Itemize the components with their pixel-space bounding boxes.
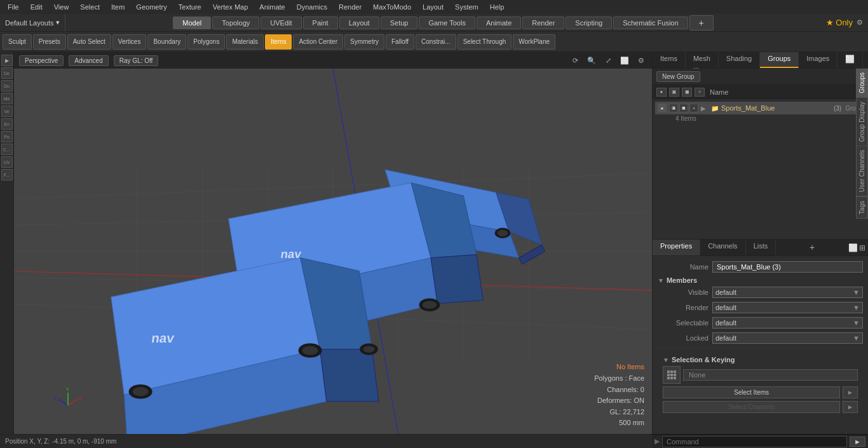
scene-view[interactable]: nav nav (14, 69, 652, 434)
props-settings-icon[interactable]: ⊞ (859, 243, 865, 252)
group-lock-icon[interactable]: + (689, 104, 698, 112)
group-item-sports-mat[interactable]: ● ▣ ◼ + ▶ 📁 Sports_Mat_Blue (3) Group (655, 102, 865, 114)
col-expand-icon[interactable]: + (695, 88, 705, 97)
viewport-perspective-btn[interactable]: Perspective (19, 55, 64, 66)
sidebar-btn-8[interactable]: UV (1, 156, 13, 168)
materials-btn[interactable]: Materials (226, 34, 264, 50)
sidebar-btn-2[interactable]: Du (1, 80, 13, 92)
prop-render-select[interactable]: default ▼ (712, 302, 863, 313)
sidebar-btn-1[interactable]: De (1, 67, 13, 79)
menu-layout[interactable]: Layout (417, 2, 449, 12)
vtab-tags[interactable]: Tags (856, 196, 868, 219)
symmetry-btn[interactable]: Symmetry (344, 34, 384, 50)
menu-maxtomodo[interactable]: MaxToModo (368, 2, 416, 12)
tab-uvedit[interactable]: UVEdit (261, 17, 301, 29)
menu-render[interactable]: Render (334, 2, 367, 12)
menu-animate[interactable]: Animate (254, 2, 290, 12)
action-center-btn[interactable]: Action Center (293, 34, 343, 50)
constrain-btn[interactable]: Constrai... (416, 34, 456, 50)
vertices-btn[interactable]: Vertices (112, 34, 147, 50)
sidebar-btn-9[interactable]: F... (1, 169, 13, 180)
tab-render[interactable]: Render (522, 17, 564, 29)
sidebar-btn-3[interactable]: Me (1, 93, 13, 104)
col-eye-icon[interactable]: ● (656, 88, 667, 97)
ptab-properties[interactable]: Properties (653, 240, 700, 255)
settings-icon[interactable]: ⚙ (857, 18, 863, 27)
rtab-items[interactable]: Items (653, 52, 686, 68)
tab-topology[interactable]: Topology (212, 17, 259, 29)
menu-system[interactable]: System (450, 2, 484, 12)
tab-gametools[interactable]: Game Tools (419, 17, 475, 29)
sk-grid-icon[interactable] (663, 366, 681, 384)
tab-add[interactable]: + (689, 15, 714, 31)
ptab-lists[interactable]: Lists (746, 240, 776, 255)
viewport-advanced-btn[interactable]: Advanced (69, 55, 108, 66)
group-arrow-icon[interactable]: ▶ (701, 105, 706, 112)
sel-keying-collapse-icon[interactable]: ▼ (663, 356, 669, 363)
ptab-channels[interactable]: Channels (700, 240, 745, 255)
sidebar-expand-btn[interactable]: ▶ (1, 55, 13, 66)
sidebar-btn-5[interactable]: En (1, 118, 13, 130)
sculpt-btn[interactable]: Sculpt (3, 34, 32, 50)
group-sel-icon[interactable]: ◼ (679, 104, 688, 112)
select-channels-arrow[interactable]: ► (843, 401, 858, 413)
prop-visible-select[interactable]: default ▼ (712, 287, 863, 298)
rtab-expand[interactable]: ⬜ (837, 52, 863, 68)
viewport-fit-icon[interactable]: ⤢ (602, 55, 614, 66)
tab-layout[interactable]: Layout (339, 17, 379, 29)
menu-texture[interactable]: Texture (173, 2, 207, 12)
viewport-zoom-icon[interactable]: 🔍 (586, 55, 597, 66)
rtab-settings[interactable]: ⊞ (863, 52, 868, 68)
viewport-raygl-btn[interactable]: Ray GL: Off (114, 55, 159, 66)
group-eye-toggle[interactable]: ● (658, 104, 667, 112)
viewport-rotate-icon[interactable]: ⟳ (569, 55, 581, 66)
tab-paint[interactable]: Paint (303, 17, 338, 29)
menu-item[interactable]: Item (106, 2, 130, 12)
vtab-group-display[interactable]: Group Display (856, 98, 868, 146)
prop-locked-select[interactable]: default ▼ (712, 332, 863, 344)
autoselect-btn[interactable]: Auto Select (67, 34, 111, 50)
rtab-shading[interactable]: Shading (719, 52, 760, 68)
layout-selector[interactable]: Default Layouts ▾ (0, 14, 65, 31)
presets-btn[interactable]: Presets (33, 34, 66, 50)
menu-view[interactable]: View (49, 2, 74, 12)
viewport-maximize-icon[interactable]: ⬜ (619, 55, 630, 66)
polygons-btn[interactable]: Polygons (187, 34, 225, 50)
menu-geometry[interactable]: Geometry (131, 2, 172, 12)
menu-select[interactable]: Select (75, 2, 105, 12)
command-input[interactable] (662, 436, 847, 447)
workplane-btn[interactable]: WorkPlane (513, 34, 555, 50)
falloff-btn[interactable]: Falloff (386, 34, 414, 50)
tab-scripting[interactable]: Scripting (566, 17, 612, 29)
tab-setup[interactable]: Setup (381, 17, 418, 29)
menu-file[interactable]: File (3, 2, 24, 12)
rtab-images[interactable]: Images (799, 52, 837, 68)
col-render-icon[interactable]: ▣ (669, 88, 679, 97)
members-collapse-icon[interactable]: ▼ (658, 277, 664, 284)
ptab-add-btn[interactable]: + (804, 240, 820, 255)
vtab-user-channels[interactable]: User Channels (856, 146, 868, 196)
sidebar-btn-4[interactable]: Ve (1, 105, 13, 117)
boundary-btn[interactable]: Boundary (147, 34, 186, 50)
group-render-icon[interactable]: ▣ (669, 104, 678, 112)
menu-edit[interactable]: Edit (25, 2, 48, 12)
viewport-settings-icon[interactable]: ⚙ (635, 55, 647, 66)
menu-dynamics[interactable]: Dynamics (292, 2, 332, 12)
select-items-btn[interactable]: Select Items (663, 386, 840, 398)
menu-help[interactable]: Help (485, 2, 510, 12)
items-btn[interactable]: Items (265, 34, 292, 50)
col-lock-icon[interactable]: ◼ (682, 88, 692, 97)
vtab-groups[interactable]: Groups (856, 69, 868, 98)
prop-name-input[interactable] (712, 261, 863, 273)
sidebar-btn-6[interactable]: Po (1, 131, 13, 142)
select-items-arrow[interactable]: ► (843, 386, 858, 398)
rtab-groups[interactable]: Groups (760, 52, 799, 68)
menu-vertexmap[interactable]: Vertex Map (208, 2, 254, 12)
tab-animate[interactable]: Animate (477, 17, 521, 29)
viewport[interactable]: Perspective Advanced Ray GL: Off ⟳ 🔍 ⤢ ⬜… (14, 52, 652, 434)
new-group-btn[interactable]: New Group (656, 71, 700, 82)
props-expand-icon[interactable]: ⬜ (848, 243, 858, 252)
sidebar-btn-7[interactable]: C... (1, 144, 13, 155)
tab-schematic[interactable]: Schematic Fusion (613, 17, 688, 29)
star-only-btn[interactable]: ★ Only (826, 18, 853, 27)
